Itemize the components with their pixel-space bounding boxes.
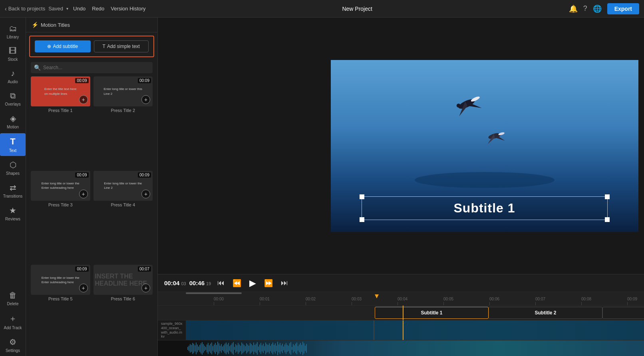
sidebar-label-settings: Settings bbox=[6, 348, 20, 353]
thumb-preview-5: Enter long title or lower theEnter subhe… bbox=[42, 276, 80, 284]
main-area: 🗂 Library 🎞 Stock ♪ Audio ⧉ Overlays ◈ M… bbox=[0, 18, 644, 356]
title-card-5[interactable]: 00:09 Enter long title or lower theEnter… bbox=[31, 265, 90, 356]
sidebar-label-delete: Delete bbox=[7, 302, 19, 306]
title-card-4[interactable]: 00:09 Enter long title or lower theLine … bbox=[93, 171, 153, 262]
saved-label: Saved bbox=[48, 6, 63, 12]
tick-4: 00:04 bbox=[398, 297, 443, 305]
handle-br[interactable] bbox=[605, 217, 610, 222]
duration-badge-6: 00:07 bbox=[138, 266, 151, 272]
title-card-6[interactable]: 00:07 INSERT THE HEADLINE HERE + Press T… bbox=[93, 265, 153, 356]
sidebar-item-text[interactable]: T Text bbox=[0, 133, 26, 156]
thumb-preview-1: Enter the title text hereon multiple lin… bbox=[44, 87, 77, 96]
handle-tr[interactable] bbox=[605, 194, 610, 199]
version-history-button[interactable]: Version History bbox=[111, 6, 145, 12]
search-input[interactable] bbox=[43, 65, 149, 70]
tick-1: 00:01 bbox=[260, 297, 306, 305]
text-icon: T bbox=[10, 136, 15, 147]
current-frames: 03 bbox=[181, 281, 186, 286]
birds-svg bbox=[415, 84, 555, 188]
ruler-ticks: 00:00 00:01 00:02 00:03 00:04 00:05 00:0… bbox=[158, 297, 644, 305]
undo-button[interactable]: Undo bbox=[73, 6, 85, 12]
ruler-spacer bbox=[186, 297, 214, 305]
help-icon[interactable]: ? bbox=[583, 4, 587, 13]
timeline: 00:00 00:01 00:02 00:03 00:04 00:05 00:0… bbox=[158, 292, 644, 356]
title-card-3[interactable]: 00:09 Enter long title or lower theEnter… bbox=[31, 171, 90, 262]
wave-track bbox=[158, 340, 644, 356]
add-circle-2[interactable]: + bbox=[141, 95, 150, 104]
subtitle-block-1[interactable]: Subtitle 1 bbox=[375, 307, 489, 319]
sidebar-item-reviews[interactable]: ★ Reviews bbox=[0, 202, 26, 224]
add-circle-3[interactable]: + bbox=[79, 190, 88, 198]
back-button[interactable]: ‹ Back to projects bbox=[5, 6, 45, 12]
topbar: ‹ Back to projects Saved ▾ Undo Redo Ver… bbox=[0, 0, 644, 18]
sidebar-label-overlays: Overlays bbox=[5, 102, 20, 106]
title-thumb-5: 00:09 Enter long title or lower theEnter… bbox=[31, 265, 90, 295]
delete-icon: 🗑 bbox=[9, 291, 17, 300]
title-name-3: Press Title 3 bbox=[31, 202, 90, 207]
skip-to-end-button[interactable]: ⏭ bbox=[279, 278, 290, 288]
add-buttons-container: ⊕ Add subtitle T Add simple text bbox=[29, 36, 154, 57]
sidebar-label-library: Library bbox=[7, 35, 19, 39]
add-simple-icon: T bbox=[103, 44, 105, 49]
back-label: Back to projects bbox=[8, 6, 46, 12]
sidebar-item-library[interactable]: 🗂 Library bbox=[0, 21, 26, 42]
left-sidebar: 🗂 Library 🎞 Stock ♪ Audio ⧉ Overlays ◈ M… bbox=[0, 18, 26, 356]
settings-icon: ⚙ bbox=[9, 337, 16, 347]
add-simple-text-button[interactable]: T Add simple text bbox=[94, 40, 149, 52]
sidebar-label-text: Text bbox=[9, 148, 16, 153]
subtitle-block-3[interactable]: Subtitle 3 bbox=[602, 307, 644, 319]
add-circle-4[interactable]: + bbox=[141, 190, 150, 198]
tick-0: 00:00 bbox=[214, 297, 260, 305]
title-thumb-6: 00:07 INSERT THE HEADLINE HERE + bbox=[93, 265, 153, 295]
sidebar-item-delete[interactable]: 🗑 Delete bbox=[0, 288, 26, 309]
sidebar-label-stock: Stock bbox=[8, 57, 18, 62]
sidebar-item-add-track[interactable]: ＋ Add Track bbox=[0, 310, 26, 333]
panel-header: ⚡ Motion Titles bbox=[26, 18, 157, 32]
add-subtitle-label: Add subtitle bbox=[53, 44, 78, 49]
duration-badge-5: 00:09 bbox=[75, 266, 88, 272]
duration-badge-1: 00:09 bbox=[75, 78, 88, 83]
add-circle-5[interactable]: + bbox=[79, 284, 88, 292]
play-button[interactable]: ▶ bbox=[248, 277, 258, 289]
topbar-actions: Undo Redo Version History bbox=[73, 6, 146, 12]
tick-7: 00:07 bbox=[535, 297, 581, 305]
video-track-content bbox=[186, 320, 644, 340]
timeline-scroll-thumb[interactable] bbox=[186, 292, 242, 294]
fast-forward-button[interactable]: ⏩ bbox=[262, 278, 274, 288]
saved-dropdown-icon[interactable]: ▾ bbox=[66, 6, 68, 11]
title-name-1: Press Title 1 bbox=[31, 108, 90, 113]
wave-bars bbox=[186, 340, 644, 356]
duration-badge-2: 00:09 bbox=[138, 78, 151, 83]
tick-5: 00:05 bbox=[443, 297, 489, 305]
handle-tl[interactable] bbox=[360, 194, 364, 199]
transitions-icon: ⇄ bbox=[10, 183, 16, 192]
audio-icon: ♪ bbox=[11, 69, 15, 78]
title-thumb-4: 00:09 Enter long title or lower theLine … bbox=[93, 171, 153, 201]
notifications-icon[interactable]: 🔔 bbox=[569, 4, 578, 13]
title-card-2[interactable]: 00:09 Enter long title or lower thisLine… bbox=[93, 76, 153, 168]
add-subtitle-button[interactable]: ⊕ Add subtitle bbox=[35, 40, 91, 52]
handle-bl[interactable] bbox=[360, 217, 364, 222]
redo-button[interactable]: Redo bbox=[92, 6, 104, 12]
rewind-button[interactable]: ⏪ bbox=[231, 278, 243, 288]
playback-bar: 00:04 03 00:46 19 ⏮ ⏪ ▶ ⏩ ⏭ 100% ⛶ 🔍 🔍 bbox=[158, 274, 644, 292]
export-button[interactable]: Export bbox=[607, 3, 639, 14]
sidebar-item-transitions[interactable]: ⇄ Transitions bbox=[0, 180, 26, 202]
skip-to-start-button[interactable]: ⏮ bbox=[216, 278, 226, 288]
sidebar-item-shapes[interactable]: ⬡ Shapes bbox=[0, 157, 26, 179]
sidebar-item-audio[interactable]: ♪ Audio bbox=[0, 66, 26, 87]
wave-content bbox=[186, 340, 644, 356]
reviews-icon: ★ bbox=[9, 206, 16, 215]
subtitle-block-2[interactable]: Subtitle 2 bbox=[489, 307, 602, 319]
sidebar-label-motion: Motion bbox=[7, 125, 19, 129]
sidebar-item-stock[interactable]: 🎞 Stock bbox=[0, 43, 26, 65]
title-card-1[interactable]: 00:09 Enter the title text hereon multip… bbox=[31, 76, 90, 168]
sidebar-item-motion[interactable]: ◈ Motion bbox=[0, 110, 26, 132]
language-icon[interactable]: 🌐 bbox=[593, 4, 602, 13]
sidebar-item-settings[interactable]: ⚙ Settings bbox=[0, 334, 26, 356]
title-name-4: Press Title 4 bbox=[93, 202, 153, 207]
add-circle-1[interactable]: + bbox=[79, 95, 88, 104]
duration-badge-4: 00:09 bbox=[138, 172, 151, 178]
search-bar: 🔍 bbox=[31, 62, 153, 73]
sidebar-item-overlays[interactable]: ⧉ Overlays bbox=[0, 88, 26, 110]
